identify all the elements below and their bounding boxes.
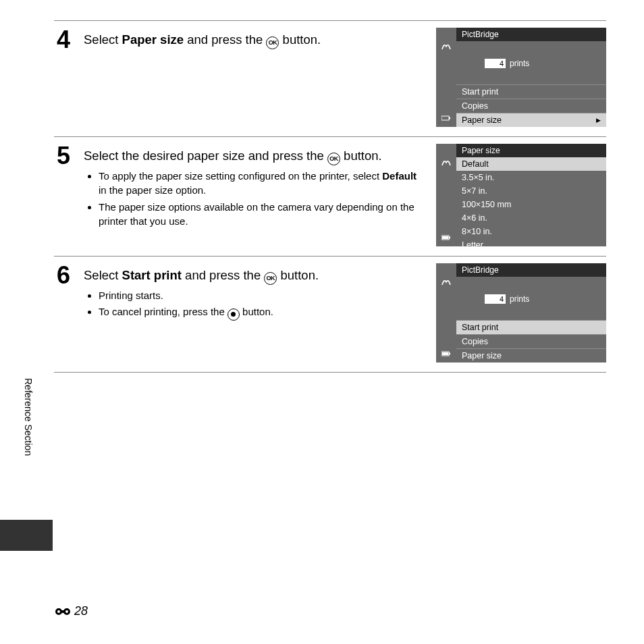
screen-title: PictBridge: [456, 28, 606, 41]
svg-rect-7: [449, 353, 450, 355]
manual-page: 4 Select Paper size and press the OK but…: [0, 0, 644, 373]
step-5: 5 Select the desired paper size and pres…: [54, 136, 606, 256]
section-label: Reference Section: [23, 378, 34, 456]
svg-rect-1: [449, 117, 450, 119]
camera-screen-1: PictBridge 4 prints Start print Copies P: [436, 28, 606, 127]
menu-start-print[interactable]: Start print: [456, 84, 606, 99]
step-notes: To apply the paper size setting configur…: [99, 169, 425, 228]
screen-title: PictBridge: [456, 263, 606, 277]
size-option[interactable]: 5×7 in.: [456, 184, 606, 198]
svg-point-12: [65, 610, 68, 613]
thumb-tab: [0, 520, 53, 551]
battery-icon: [441, 233, 451, 242]
pictbridge-icon: [441, 156, 452, 169]
svg-rect-3: [442, 236, 448, 239]
pictbridge-icon: [441, 40, 452, 53]
screen-menu: Start print Copies Paper size ▶: [456, 84, 606, 127]
camera-screen-3: PictBridge 4 prints Start print Copies P…: [436, 263, 606, 363]
step-number: 4: [54, 28, 73, 127]
step-body: Select Paper size and press the OK butto…: [84, 28, 425, 127]
menu-copies[interactable]: Copies: [456, 99, 606, 113]
svg-rect-6: [442, 352, 448, 355]
step-number: 6: [54, 263, 73, 363]
screen-title: Paper size: [456, 144, 606, 157]
chevron-right-icon: ▶: [596, 117, 601, 124]
menu-paper-size[interactable]: Paper size: [456, 348, 606, 363]
ok-button-icon: OK: [327, 153, 340, 165]
step-4: 4 Select Paper size and press the OK but…: [54, 20, 606, 136]
step-notes: Printing starts. To cancel printing, pre…: [99, 288, 425, 319]
step-heading: Select Paper size and press the OK butto…: [84, 32, 425, 49]
step-heading: Select Start print and press the OK butt…: [84, 267, 425, 284]
pictbridge-icon: [441, 275, 452, 288]
link-icon: [54, 607, 72, 616]
ok-button-icon: OK: [264, 272, 277, 285]
battery-icon: [441, 349, 451, 358]
ok-button-icon: OK: [266, 36, 279, 49]
size-default[interactable]: Default: [456, 157, 606, 171]
note-item: The paper size options available on the …: [99, 200, 425, 229]
size-option[interactable]: 4×6 in.: [456, 211, 606, 225]
step-number: 5: [54, 144, 73, 246]
step-6: 6 Select Start print and press the OK bu…: [54, 256, 606, 372]
note-item: To apply the paper size setting configur…: [99, 169, 425, 198]
menu-start-print[interactable]: Start print: [456, 320, 606, 334]
cancel-button-icon: [227, 308, 240, 321]
page-footer: 28: [54, 604, 88, 618]
step-body: Select the desired paper size and press …: [84, 144, 425, 246]
size-option[interactable]: 8×10 in.: [456, 225, 606, 238]
svg-rect-0: [441, 116, 449, 120]
battery-icon: [441, 113, 451, 123]
menu-paper-size[interactable]: Paper size ▶: [456, 113, 606, 127]
size-option[interactable]: 100×150 mm: [456, 198, 606, 211]
prints-indicator: 4 prints: [456, 277, 606, 304]
svg-rect-4: [449, 237, 450, 239]
svg-point-11: [57, 610, 60, 613]
menu-copies[interactable]: Copies: [456, 334, 606, 348]
page-number: 28: [74, 604, 88, 618]
note-item: Printing starts.: [99, 288, 425, 302]
prints-indicator: 4 prints: [456, 41, 606, 68]
camera-screen-2: Paper size Default 3.5×5 in. 5×7 in. 100…: [436, 144, 606, 246]
step-heading: Select the desired paper size and press …: [84, 148, 425, 165]
size-option[interactable]: Letter: [456, 238, 606, 246]
note-item: To cancel printing, press the button.: [99, 304, 425, 319]
screen-menu: Start print Copies Paper size: [456, 320, 606, 363]
paper-size-list: Default 3.5×5 in. 5×7 in. 100×150 mm 4×6…: [456, 157, 606, 246]
size-option[interactable]: 3.5×5 in.: [456, 171, 606, 184]
step-body: Select Start print and press the OK butt…: [84, 263, 425, 363]
